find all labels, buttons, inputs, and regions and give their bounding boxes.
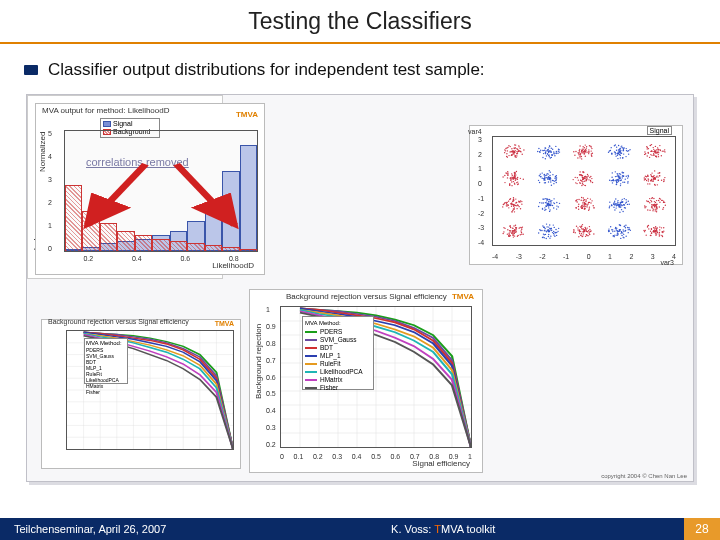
chart-roc-small: Background rejection versus Signal effic… xyxy=(41,319,241,469)
svg-point-149 xyxy=(582,146,583,147)
svg-point-383 xyxy=(541,172,542,173)
svg-point-882 xyxy=(655,210,656,211)
svg-point-277 xyxy=(659,149,660,150)
svg-point-960 xyxy=(514,231,515,232)
svg-point-295 xyxy=(650,145,651,146)
svg-point-490 xyxy=(616,176,617,177)
svg-point-280 xyxy=(661,155,662,156)
svg-point-1102 xyxy=(610,233,611,234)
svg-point-391 xyxy=(538,180,539,181)
svg-point-205 xyxy=(615,153,616,154)
svg-point-404 xyxy=(546,174,547,175)
svg-point-26 xyxy=(518,150,519,151)
svg-point-472 xyxy=(581,180,582,181)
svg-point-116 xyxy=(550,151,551,152)
svg-point-838 xyxy=(617,205,618,206)
svg-point-538 xyxy=(615,171,616,172)
svg-point-121 xyxy=(548,154,549,155)
svg-point-416 xyxy=(543,179,544,180)
svg-point-58 xyxy=(511,151,512,152)
x-axis-label: var3 xyxy=(660,259,674,266)
svg-point-1004 xyxy=(548,236,549,237)
svg-point-170 xyxy=(578,153,579,154)
svg-point-294 xyxy=(644,151,645,152)
svg-point-631 xyxy=(508,207,509,208)
svg-point-651 xyxy=(513,209,514,210)
svg-point-395 xyxy=(556,177,557,178)
svg-point-146 xyxy=(585,156,586,157)
svg-point-537 xyxy=(617,174,618,175)
svg-point-82 xyxy=(549,156,550,157)
svg-point-924 xyxy=(516,230,517,231)
svg-point-941 xyxy=(521,232,522,233)
svg-point-1158 xyxy=(646,234,647,235)
svg-point-744 xyxy=(588,210,589,211)
svg-point-98 xyxy=(549,146,550,147)
svg-point-896 xyxy=(659,198,660,199)
svg-point-208 xyxy=(616,146,617,147)
svg-point-1007 xyxy=(550,235,551,236)
svg-point-462 xyxy=(579,171,580,172)
svg-point-10 xyxy=(517,149,518,150)
svg-point-32 xyxy=(517,152,518,153)
svg-point-1128 xyxy=(622,236,623,237)
svg-point-21 xyxy=(523,149,524,150)
svg-point-1019 xyxy=(542,225,543,226)
svg-point-963 xyxy=(549,224,550,225)
svg-point-772 xyxy=(585,206,586,207)
svg-point-160 xyxy=(579,151,580,152)
svg-point-269 xyxy=(664,151,665,152)
svg-point-115 xyxy=(548,151,549,152)
svg-point-1051 xyxy=(588,232,589,233)
svg-point-834 xyxy=(620,204,621,205)
svg-point-1123 xyxy=(616,235,617,236)
svg-point-646 xyxy=(511,206,512,207)
svg-point-265 xyxy=(656,149,657,150)
svg-point-761 xyxy=(581,200,582,201)
svg-point-816 xyxy=(614,201,615,202)
svg-point-1134 xyxy=(628,229,629,230)
svg-point-300 xyxy=(653,153,654,154)
svg-point-117 xyxy=(547,153,548,154)
svg-point-373 xyxy=(549,175,550,176)
svg-point-606 xyxy=(516,208,517,209)
svg-point-575 xyxy=(647,183,648,184)
svg-point-721 xyxy=(556,208,557,209)
svg-point-768 xyxy=(584,203,585,204)
svg-point-895 xyxy=(655,206,656,207)
svg-point-569 xyxy=(651,175,652,176)
svg-point-443 xyxy=(582,184,583,185)
svg-point-529 xyxy=(619,175,620,176)
svg-point-1101 xyxy=(622,232,623,233)
svg-point-597 xyxy=(654,177,655,178)
svg-point-1141 xyxy=(617,233,618,234)
svg-point-554 xyxy=(649,183,650,184)
svg-point-585 xyxy=(652,180,653,181)
svg-point-1021 xyxy=(544,227,545,228)
svg-point-1191 xyxy=(651,229,652,230)
svg-point-288 xyxy=(664,149,665,150)
svg-point-760 xyxy=(591,200,592,201)
svg-point-72 xyxy=(557,153,558,154)
svg-point-339 xyxy=(509,183,510,184)
svg-point-348 xyxy=(523,179,524,180)
svg-point-1053 xyxy=(580,234,581,235)
svg-point-677 xyxy=(553,207,554,208)
svg-point-1091 xyxy=(628,232,629,233)
svg-point-715 xyxy=(549,204,550,205)
charts-panel: MVA output for method: LikelihoodD TMVA … xyxy=(26,94,694,482)
svg-point-804 xyxy=(626,202,627,203)
svg-point-1002 xyxy=(556,235,557,236)
svg-point-313 xyxy=(504,175,505,176)
svg-point-589 xyxy=(653,179,654,180)
svg-point-694 xyxy=(545,205,546,206)
svg-point-557 xyxy=(664,177,665,178)
svg-point-177 xyxy=(583,151,584,152)
svg-point-329 xyxy=(507,172,508,173)
svg-point-934 xyxy=(502,233,503,234)
svg-point-690 xyxy=(544,210,545,211)
svg-point-1074 xyxy=(579,226,580,227)
svg-point-301 xyxy=(646,146,647,147)
svg-point-684 xyxy=(556,205,557,206)
svg-point-1031 xyxy=(573,229,574,230)
